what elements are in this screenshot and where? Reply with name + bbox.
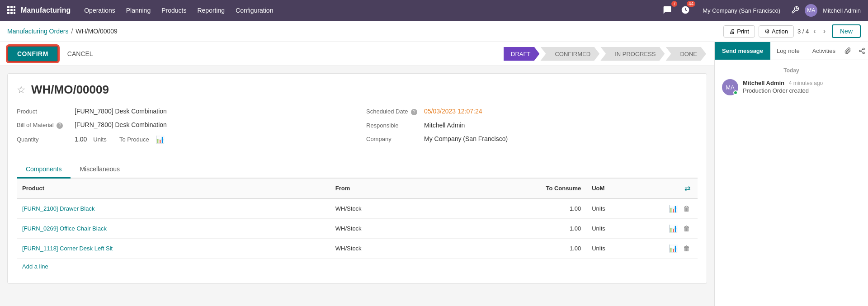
bom-help-icon[interactable]: ? bbox=[57, 122, 63, 129]
svg-line-13 bbox=[861, 51, 863, 52]
forecast-row-icon[interactable]: 📊 bbox=[667, 223, 679, 234]
activities-button[interactable]: Activities bbox=[806, 42, 842, 60]
cell-to-consume[interactable]: 1.00 bbox=[444, 218, 587, 238]
cell-product[interactable]: [FURN_0269] Office Chair Black bbox=[17, 218, 330, 238]
chat-icon[interactable]: 7 bbox=[661, 4, 674, 18]
table-row: [FURN_2100] Drawer Black WH/Stock 1.00 U… bbox=[17, 198, 698, 219]
confirm-button[interactable]: CONFIRM bbox=[7, 46, 58, 62]
chat-badge: 7 bbox=[671, 1, 678, 7]
app-name: Manufacturing bbox=[21, 6, 71, 14]
svg-line-14 bbox=[861, 49, 863, 50]
new-button[interactable]: New bbox=[832, 24, 861, 38]
col-uom: UoM bbox=[586, 179, 661, 198]
forecast-row-icon[interactable]: 📊 bbox=[667, 243, 679, 254]
action-button[interactable]: ⚙ Action bbox=[759, 25, 794, 38]
tab-components[interactable]: Components bbox=[17, 161, 71, 179]
nav-planning[interactable]: Planning bbox=[122, 5, 156, 16]
pager-next[interactable]: › bbox=[821, 26, 828, 36]
cell-from: WH/Stock bbox=[330, 198, 444, 219]
table-row: [FURN_0269] Office Chair Black WH/Stock … bbox=[17, 218, 698, 238]
cell-from: WH/Stock bbox=[330, 238, 444, 258]
toolbar: 🖨 Print ⚙ Action 3 / 4 ‹ › New bbox=[723, 24, 861, 38]
add-line-button[interactable]: Add a line bbox=[17, 259, 54, 274]
svg-rect-1 bbox=[10, 6, 13, 8]
tabs: Components Miscellaneous bbox=[17, 161, 698, 179]
tab-miscellaneous[interactable]: Miscellaneous bbox=[71, 161, 129, 179]
cancel-button[interactable]: CANCEL bbox=[62, 46, 99, 62]
status-confirmed: CONFIRMED bbox=[540, 47, 599, 61]
cell-to-consume[interactable]: 1.00 bbox=[444, 198, 587, 219]
product-label: Product bbox=[17, 108, 71, 115]
tools-icon[interactable] bbox=[791, 6, 799, 15]
quantity-label: Quantity bbox=[17, 136, 71, 143]
avatar-online-indicator bbox=[733, 90, 738, 95]
nav-reporting[interactable]: Reporting bbox=[193, 5, 229, 16]
action-buttons: CONFIRM CANCEL bbox=[7, 46, 99, 62]
product-value[interactable]: [FURN_7800] Desk Combination bbox=[75, 108, 167, 115]
order-title: ☆ WH/MO/00009 bbox=[17, 83, 698, 97]
log-note-button[interactable]: Log note bbox=[770, 42, 806, 60]
quantity-unit: Units bbox=[93, 136, 107, 143]
send-message-button[interactable]: Send message bbox=[715, 42, 770, 60]
cell-from: WH/Stock bbox=[330, 218, 444, 238]
cell-product[interactable]: [FURN_2100] Drawer Black bbox=[17, 198, 330, 219]
status-done: DONE bbox=[665, 47, 706, 61]
action-bar: CONFIRM CANCEL DRAFT CONFIRMED IN PROGRE… bbox=[0, 42, 714, 66]
cell-uom: Units bbox=[586, 238, 661, 258]
breadcrumb-parent[interactable]: Manufacturing Orders bbox=[7, 28, 68, 35]
cell-to-consume[interactable]: 1.00 bbox=[444, 238, 587, 258]
breadcrumb-separator: / bbox=[71, 28, 73, 35]
right-panel: Send message Log note Activities 1 ✓ Fol… bbox=[714, 42, 868, 306]
forecast-row-icon[interactable]: 📊 bbox=[667, 203, 679, 214]
cell-actions: 📊 🗑 bbox=[661, 238, 698, 258]
cell-actions: 📊 🗑 bbox=[661, 198, 698, 219]
content-area: CONFIRM CANCEL DRAFT CONFIRMED IN PROGRE… bbox=[0, 42, 714, 306]
to-produce-label: To Produce bbox=[119, 136, 149, 143]
chatter-time: 4 minutes ago bbox=[789, 80, 823, 86]
delete-row-button[interactable]: 🗑 bbox=[681, 244, 692, 254]
delete-row-button[interactable]: 🗑 bbox=[681, 224, 692, 234]
bom-label: Bill of Material ? bbox=[17, 122, 71, 129]
forecast-icon[interactable]: 📊 bbox=[156, 135, 165, 144]
star-icon[interactable]: ☆ bbox=[17, 84, 26, 96]
chatter-author: Mitchell Admin bbox=[743, 80, 784, 86]
company-label: Company bbox=[366, 136, 420, 142]
scheduled-date-value[interactable]: 05/03/2023 12:07:24 bbox=[424, 108, 482, 115]
cell-product[interactable]: [FURN_1118] Corner Desk Left Sit bbox=[17, 238, 330, 258]
scheduled-date-help-icon[interactable]: ? bbox=[411, 109, 417, 115]
svg-rect-4 bbox=[10, 9, 13, 11]
app-grid-icon[interactable] bbox=[7, 6, 15, 15]
nav-products[interactable]: Products bbox=[157, 5, 191, 16]
attachment-icon[interactable] bbox=[842, 44, 854, 58]
quantity-value[interactable]: 1.00 bbox=[75, 136, 87, 143]
delete-row-button[interactable]: 🗑 bbox=[681, 204, 692, 214]
responsible-value[interactable]: Mitchell Admin bbox=[424, 122, 465, 129]
company-value[interactable]: My Company (San Francisco) bbox=[424, 135, 508, 142]
print-button[interactable]: 🖨 Print bbox=[723, 25, 755, 38]
activity-icon[interactable]: 44 bbox=[679, 4, 692, 18]
nav-operations[interactable]: Operations bbox=[80, 5, 119, 16]
pager-prev[interactable]: ‹ bbox=[811, 26, 818, 36]
svg-rect-2 bbox=[14, 6, 15, 8]
gear-icon: ⚙ bbox=[764, 28, 770, 35]
bom-value[interactable]: [FURN_7800] Desk Combination bbox=[75, 121, 167, 128]
svg-point-11 bbox=[859, 50, 861, 52]
share-icon[interactable] bbox=[856, 44, 868, 58]
chatter-text: Production Order created bbox=[743, 87, 861, 94]
form-card: ☆ WH/MO/00009 Product [FURN_7800] Desk C… bbox=[7, 73, 707, 284]
col-to-consume: To Consume bbox=[444, 179, 587, 198]
chatter-avatar: MA bbox=[722, 79, 738, 95]
print-icon: 🖨 bbox=[729, 28, 735, 35]
nav-configuration[interactable]: Configuration bbox=[231, 5, 278, 16]
top-navigation: Manufacturing Operations Planning Produc… bbox=[0, 0, 868, 21]
column-settings-icon[interactable]: ⇄ bbox=[683, 183, 692, 193]
svg-rect-6 bbox=[7, 12, 9, 14]
status-bar: DRAFT CONFIRMED IN PROGRESS DONE bbox=[504, 47, 707, 61]
svg-point-12 bbox=[863, 52, 864, 54]
order-id: WH/MO/00009 bbox=[31, 83, 109, 97]
cell-actions: 📊 🗑 bbox=[661, 218, 698, 238]
pager-count: 3 / 4 bbox=[797, 28, 809, 35]
col-product: Product bbox=[17, 179, 330, 198]
avatar[interactable]: MA bbox=[805, 4, 817, 17]
cell-uom: Units bbox=[586, 218, 661, 238]
